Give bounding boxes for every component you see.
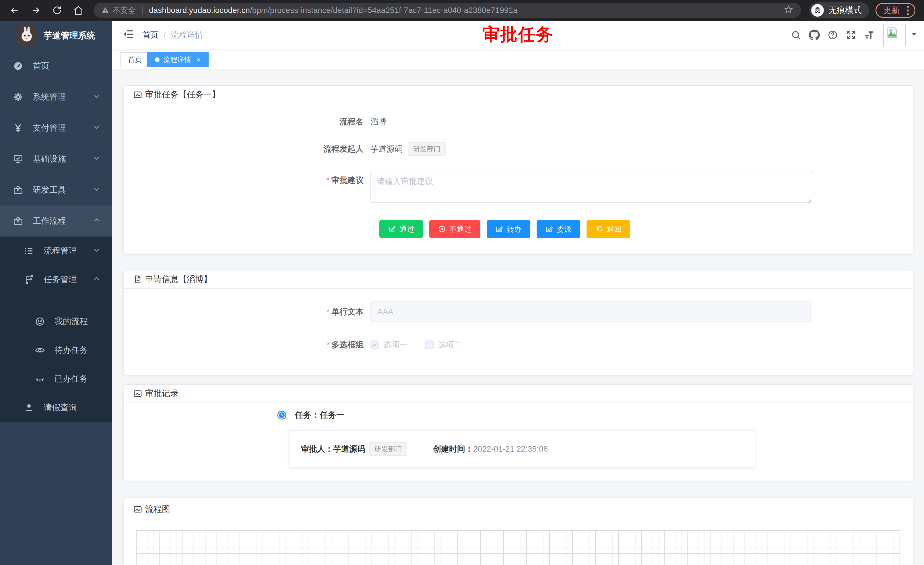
return-button[interactable]: 退回 (586, 220, 630, 238)
comment-textarea[interactable] (370, 171, 812, 203)
logo-row[interactable]: 芋道管理系统 (0, 21, 112, 51)
document-icon (133, 275, 142, 284)
update-button[interactable]: 更新 (876, 3, 915, 18)
card-title: 申请信息【滔博】 (145, 273, 212, 285)
eye-closed-icon (34, 374, 46, 384)
sidebar-item-my-process[interactable]: 我的流程 (0, 307, 112, 336)
sidebar-item-label: 我的流程 (54, 316, 88, 327)
chevron-up-icon (93, 216, 100, 226)
apply-form: *单行文本 *多选框组 选项一 (124, 289, 913, 375)
card-title: 审批任务【任务一】 (145, 89, 220, 101)
font-size-icon[interactable] (860, 21, 879, 50)
url-text[interactable]: dashboard.yudao.iocoder.cn/bpm/process-i… (149, 6, 784, 15)
task-title: 任务：任务一 (295, 409, 345, 421)
sidebar-item-todo-tasks[interactable]: 待办任务 (0, 336, 112, 365)
checkbox-option-1: 选项一 (370, 340, 408, 350)
fullscreen-icon[interactable] (842, 21, 860, 50)
form-row-text: *单行文本 (124, 302, 913, 322)
checkbox-option-2: 选项二 (425, 340, 462, 350)
sidebar-item-devtools[interactable]: 研发工具 (0, 174, 112, 206)
card-title: 流程图 (145, 503, 170, 515)
card-header: 审批记录 (124, 385, 913, 403)
picture-icon (133, 90, 142, 99)
card-header: 审批任务【任务一】 (124, 86, 913, 104)
initiator-name: 芋道源码 (370, 144, 403, 155)
github-icon[interactable] (805, 21, 824, 50)
incognito-badge: 无痕模式 (809, 2, 869, 18)
sidebar-item-task-mgmt[interactable]: 任务管理 (0, 265, 112, 294)
dept-tag: 研发部门 (369, 442, 407, 456)
sidebar-item-leave-query[interactable]: 请假查询 (0, 393, 112, 422)
sidebar-item-home[interactable]: 首页 (0, 51, 112, 81)
caret-down-icon[interactable] (911, 30, 918, 40)
picture-icon (133, 389, 142, 398)
browser-menu-icon[interactable] (906, 5, 910, 17)
help-icon[interactable] (824, 21, 842, 50)
delegate-button[interactable]: 委派 (537, 220, 580, 238)
sidebar-item-label: 研发工具 (33, 184, 66, 196)
forward-icon[interactable] (29, 4, 42, 17)
single-line-text-input (370, 302, 812, 322)
reload-icon[interactable] (51, 4, 64, 17)
incognito-label: 无痕模式 (828, 5, 862, 16)
content: 审批任务【任务一】 流程名 滔博 流程发起人 芋道源码 研发部门 (112, 70, 924, 565)
tab-close-icon[interactable]: × (196, 56, 201, 64)
workflow-submenu: 流程管理 任务管理 我的流程 (0, 237, 112, 422)
security-label: 不安全 (112, 5, 136, 15)
url-domain: dashboard.yudao.iocoder.cn (149, 6, 250, 15)
tab-label: 首页 (128, 55, 142, 64)
sidebar-item-workflow[interactable]: 工作流程 (0, 206, 112, 237)
flow-diagram-card: 流程图 (123, 497, 914, 565)
sidebar-item-done-tasks[interactable]: 已办任务 (0, 365, 112, 393)
record-detail-box: 审批人： 芋道源码 研发部门 创建时间： 2022-01-21 22:35:08 (289, 430, 755, 468)
checkbox-label: 选项二 (438, 340, 462, 350)
security-warning[interactable]: 不安全 (101, 5, 136, 15)
sidebar-item-label: 基础设施 (33, 153, 66, 165)
sidebar-item-process-mgmt[interactable]: 流程管理 (0, 237, 112, 265)
approve-button[interactable]: 通过 (380, 220, 423, 238)
card-title: 审批记录 (145, 388, 178, 399)
tree-icon (23, 275, 35, 285)
circle-close-icon (438, 225, 446, 233)
sidebar-item-payment[interactable]: 支付管理 (0, 113, 112, 144)
home-icon[interactable] (72, 4, 85, 17)
edit-icon (495, 225, 503, 233)
tab-process-detail[interactable]: 流程详情 × (147, 52, 208, 67)
toolbox-icon (12, 185, 24, 195)
card-header: 申请信息【滔博】 (124, 270, 913, 289)
back-icon[interactable] (8, 4, 21, 17)
search-icon[interactable] (787, 21, 805, 50)
sidebar-item-infra[interactable]: 基础设施 (0, 144, 112, 174)
approval-buttons: 通过 不通过 转办 委 (124, 220, 913, 254)
reject-button[interactable]: 不通过 (429, 220, 480, 238)
sidebar-item-system[interactable]: 系统管理 (0, 81, 112, 113)
approval-form: 流程名 滔博 流程发起人 芋道源码 研发部门 *审批建议 (124, 104, 913, 254)
submenu-gap (0, 294, 112, 307)
main-area: 首页 / 流程详情 审批任务 (112, 21, 924, 565)
process-name-value: 滔博 (370, 116, 387, 127)
bpmn-grid-canvas[interactable] (136, 530, 900, 565)
transfer-button[interactable]: 转办 (487, 220, 530, 238)
avatar[interactable] (883, 24, 906, 46)
created-time: 2022-01-21 22:35:08 (473, 445, 548, 454)
chevron-down-icon (93, 123, 100, 133)
bookmark-star-icon[interactable] (784, 5, 794, 17)
tabbar: 首页 流程详情 × (112, 50, 924, 69)
field-label: *多选框组 (124, 340, 364, 350)
edit-icon (545, 225, 553, 233)
breadcrumb-home[interactable]: 首页 (142, 30, 158, 41)
tab-home[interactable]: 首页 (120, 52, 150, 67)
created-label: 创建时间： (433, 443, 473, 454)
url-bar[interactable]: 不安全 dashboard.yudao.iocoder.cn/bpm/proce… (93, 3, 801, 18)
app: 芋道管理系统 首页 系统管理 支付管理 (0, 21, 924, 565)
field-label: 流程发起人 (124, 144, 364, 155)
sidebar-collapse-icon[interactable] (123, 29, 134, 42)
user-icon (23, 403, 35, 413)
checkbox-checked-icon (370, 341, 379, 349)
timeline-task-row: 任务：任务一 (124, 409, 913, 421)
url-path: /bpm/process-instance/detail?id=54aa251f… (250, 6, 518, 15)
sidebar-item-label: 请假查询 (44, 402, 77, 413)
required-mark: * (327, 176, 330, 185)
form-row-initiator: 流程发起人 芋道源码 研发部门 (124, 142, 913, 156)
required-mark: * (327, 307, 330, 316)
